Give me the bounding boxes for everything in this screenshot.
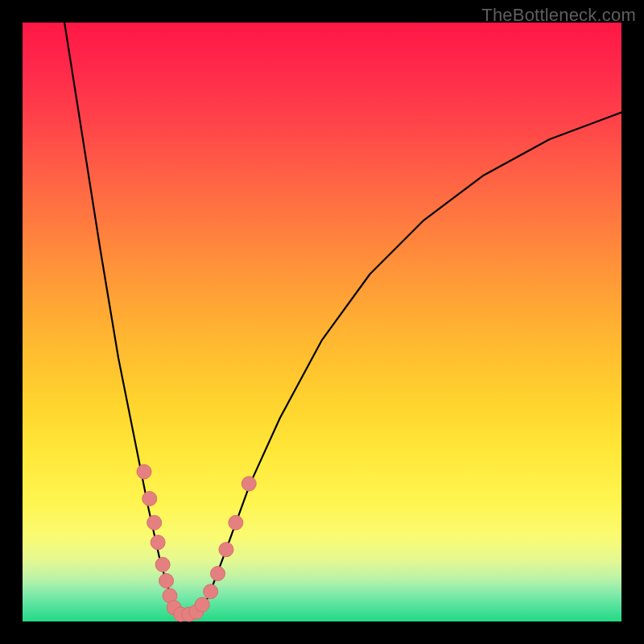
- chart-container: TheBottleneck.com: [0, 0, 644, 644]
- gradient-background: [23, 23, 621, 621]
- watermark-text: TheBottleneck.com: [481, 5, 636, 26]
